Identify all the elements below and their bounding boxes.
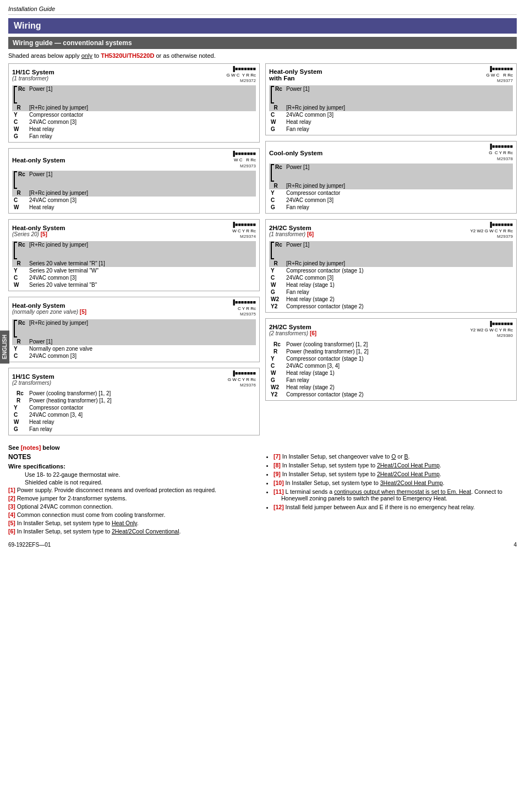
wire-term: Rc: [12, 85, 28, 104]
wire-desc: Power [1]: [28, 171, 256, 189]
notes-title: NOTES: [8, 453, 257, 461]
wire-desc: Power (cooling transformer) [1, 2]: [285, 341, 513, 348]
wiring-table: Rc Power [1] R [R+Rc joined by jumper] Y…: [269, 241, 513, 310]
intro-text: Shaded areas below apply only to TH5320U…: [8, 52, 517, 59]
wire-desc: 24VAC common [3]: [28, 197, 256, 204]
wire-desc: Heat relay (stage 1): [285, 281, 513, 288]
part-number: M29380: [471, 333, 513, 339]
wire-term: R: [12, 189, 28, 197]
table-row: W Heat relay: [12, 418, 256, 426]
wire-term: Y2: [269, 303, 285, 310]
block-subtitle-label: (2 transformers): [12, 380, 54, 386]
table-row: Y Compressor contactor: [269, 189, 513, 197]
wire-term: R: [12, 260, 28, 267]
table-row: Rc Power [1]: [12, 85, 256, 104]
table-row: R Power [1]: [12, 338, 256, 345]
table-row: Rc Power [1]: [12, 171, 256, 189]
table-row: Rc Power (cooling transformer) [1, 2]: [12, 390, 256, 397]
wire-term: C: [12, 274, 28, 281]
table-row: R Series 20 valve terminal "R" [1]: [12, 260, 256, 267]
block-title-text: 1H/1C System (2 transformers): [12, 373, 54, 386]
part-number: M29375: [232, 312, 256, 317]
table-row: R [R+Rc joined by jumper]: [12, 104, 256, 111]
table-row: Rc Power [1]: [269, 164, 513, 182]
bracket-icon: [14, 86, 17, 103]
table-row: C 24VAC common [3]: [12, 352, 256, 359]
block-title-row: 2H/2C System (2 transformers) [6] ▐■■■■■…: [269, 321, 513, 339]
wire-term: Rc: [269, 241, 285, 260]
wire-desc: Heat relay (stage 2): [285, 296, 513, 303]
part-number: M29374: [232, 234, 256, 239]
table-row: R [R+Rc joined by jumper]: [269, 260, 513, 267]
table-row: C 24VAC common [3]: [269, 111, 513, 118]
wire-term: Y: [12, 111, 28, 118]
wire-term: R: [269, 182, 285, 189]
table-row: R [R+Rc joined by jumper]: [269, 104, 513, 111]
wire-desc: Power [1]: [28, 338, 256, 345]
wire-desc: [R+Rc joined by jumper]: [28, 319, 256, 338]
wire-desc: Heat relay: [285, 118, 513, 126]
part-number: M29378: [489, 156, 513, 162]
wire-desc: 24VAC common [3]: [28, 352, 256, 359]
block-title-text: 2H/2C System (2 transformers) [6]: [269, 324, 316, 336]
table-row: Rc [R+Rc joined by jumper]: [12, 319, 256, 338]
table-row: Y Compressor contactor: [12, 111, 256, 118]
table-row: Rc Power (cooling transformer) [1, 2]: [269, 341, 513, 348]
block-1h1c-2t: 1H/1C System (2 transformers) ▐■■■■■■■ G…: [8, 368, 260, 435]
wire-term: W2: [269, 296, 285, 303]
table-row: G Fan relay: [269, 288, 513, 296]
wire-term: C: [12, 118, 28, 126]
wire-term: W: [12, 126, 28, 133]
note-item-5: [5] In Installer Setup, set system type …: [8, 520, 257, 526]
wire-desc: Fan relay: [28, 426, 256, 433]
block-title-text: Heat-only Systemwith Fan: [269, 68, 322, 81]
block-title-row: 1H/1C System (1 transformer) ▐■■■■■■■ G …: [12, 66, 256, 84]
table-row: C 24VAC common [3]: [12, 197, 256, 204]
table-row: Y Normally open zone valve: [12, 345, 256, 352]
wire-term: Y: [12, 345, 28, 352]
wire-desc: Power [1]: [285, 241, 513, 260]
table-row: Y2 Compressor contactor (stage 2): [269, 303, 513, 310]
connector-diagram: ▐■■■■■■■ W C R Rc M29373: [232, 151, 256, 168]
table-row: W Heat relay: [269, 118, 513, 126]
wire-term: Y: [269, 355, 285, 362]
wire-term: G: [269, 288, 285, 296]
see-notes: See [notes] below: [8, 444, 517, 451]
wire-term: W: [12, 204, 28, 211]
note-item-8: [8] In Installer Setup, set system type …: [274, 462, 517, 468]
intro-model: TH5320U/TH5220D: [101, 52, 154, 59]
term-rc: Rc: [18, 86, 25, 92]
table-row: W Heat relay (stage 1): [269, 281, 513, 288]
table-row: G Fan relay: [269, 126, 513, 133]
connector-diagram: ▐■■■■■■■ C Y R Rc M29375: [232, 299, 256, 317]
wire-desc: Heat relay: [28, 204, 256, 211]
wire-desc: Power (heating transformer) [1, 2]: [285, 348, 513, 355]
wiring-table: Rc Power (cooling transformer) [1, 2] R …: [269, 341, 513, 398]
block-title-label: 1H/1C System: [12, 69, 54, 75]
intro-only: only: [81, 52, 92, 59]
table-row: Y Series 20 valve terminal "W": [12, 267, 256, 274]
wire-desc: Heat relay (stage 2): [285, 384, 513, 391]
wire-term: R: [12, 338, 28, 345]
section-title: Wiring: [14, 21, 41, 30]
bracket-group: Rc: [271, 86, 283, 103]
bracket-group: Rc: [14, 320, 26, 337]
wiring-table: Rc Power (cooling transformer) [1, 2] R …: [12, 390, 256, 433]
table-row: W2 Heat relay (stage 2): [269, 384, 513, 391]
wire-desc: 24VAC common [3]: [28, 274, 256, 281]
connector-diagram: ▐■■■■■■■ W C Y R Rc M29374: [232, 222, 256, 239]
wiring-table: Rc Power [1] R [R+Rc joined by jumper] Y…: [12, 85, 256, 140]
table-row: G Fan relay: [12, 426, 256, 433]
block-title-row: Heat-only System (Series 20) [5] ▐■■■■■■…: [12, 222, 256, 239]
table-row: Y Compressor contactor (stage 1): [269, 267, 513, 274]
wire-desc: 24VAC common [3]: [285, 274, 513, 281]
note-item-9: [9] In Installer Setup, set system type …: [274, 471, 517, 477]
block-2h2c-2t: 2H/2C System (2 transformers) [6] ▐■■■■■…: [265, 318, 517, 400]
note-item-4: [4] Common connection must come from coo…: [8, 511, 257, 518]
wire-term: G: [269, 377, 285, 384]
wire-term: Y: [12, 267, 28, 274]
note-item-12: [12] Install field jumper between Aux an…: [274, 504, 517, 510]
table-row: C 24VAC common [3]: [12, 118, 256, 126]
wire-desc: Compressor contactor: [28, 111, 256, 118]
main-content: 1H/1C System (1 transformer) ▐■■■■■■■ G …: [8, 63, 517, 441]
